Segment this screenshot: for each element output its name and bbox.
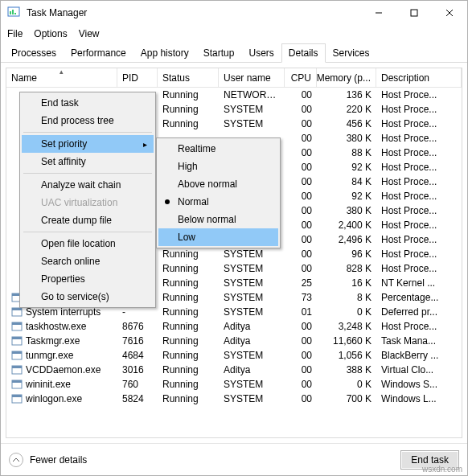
tab-users[interactable]: Users bbox=[241, 43, 281, 62]
ctx-item[interactable]: Analyze wait chain bbox=[22, 176, 154, 194]
context-menu: End taskEnd process treeSet priority▸Set… bbox=[19, 92, 156, 308]
table-row[interactable]: tunmgr.exe4684RunningSYSTEM001,056 KBlac… bbox=[6, 348, 462, 363]
ctx-item[interactable]: Properties bbox=[22, 270, 154, 288]
fewer-details-label[interactable]: Fewer details bbox=[30, 454, 87, 466]
table-row[interactable]: VCDDaemon.exe3016RunningAditya00388 KVir… bbox=[6, 363, 462, 377]
ctx-item[interactable]: Create dump file bbox=[22, 211, 154, 229]
priority-submenu: RealtimeHighAbove normalNormalBelow norm… bbox=[156, 137, 281, 248]
window-title: Task Manager bbox=[27, 7, 87, 18]
table-row[interactable]: Taskmgr.exe7616RunningAditya0011,660 KTa… bbox=[6, 334, 462, 348]
svg-rect-21 bbox=[12, 380, 22, 383]
ctx-item[interactable]: Go to service(s) bbox=[22, 288, 154, 306]
menu-view[interactable]: View bbox=[79, 28, 100, 39]
svg-rect-2 bbox=[12, 10, 14, 14]
tab-startup[interactable]: Startup bbox=[196, 43, 242, 62]
menubar: File Options View bbox=[1, 25, 467, 43]
col-memory[interactable]: Memory (p... bbox=[317, 68, 376, 87]
svg-rect-1 bbox=[10, 11, 11, 14]
svg-rect-5 bbox=[411, 10, 417, 16]
priority-option[interactable]: Above normal bbox=[158, 175, 278, 193]
column-headers: ▴Name PID Status User name CPU Memory (p… bbox=[6, 68, 462, 88]
table-row[interactable]: winlogon.exe5824RunningSYSTEM00700 KWind… bbox=[6, 392, 462, 406]
svg-rect-15 bbox=[12, 337, 22, 339]
svg-rect-17 bbox=[12, 351, 22, 354]
radio-dot-icon bbox=[165, 199, 170, 204]
priority-option[interactable]: Normal bbox=[158, 193, 278, 211]
sort-asc-icon: ▴ bbox=[60, 68, 64, 76]
svg-rect-19 bbox=[12, 366, 22, 368]
col-pid[interactable]: PID bbox=[117, 68, 158, 87]
titlebar: Task Manager bbox=[1, 1, 467, 25]
table-row[interactable]: wininit.exe760RunningSYSTEM000 KWindows … bbox=[6, 377, 462, 392]
col-description[interactable]: Description bbox=[376, 68, 462, 87]
ctx-item[interactable]: Set priority▸ bbox=[22, 135, 154, 153]
priority-option[interactable]: Low bbox=[158, 228, 278, 246]
svg-rect-3 bbox=[14, 13, 16, 14]
col-status[interactable]: Status bbox=[158, 68, 219, 87]
tab-details[interactable]: Details bbox=[281, 43, 326, 63]
svg-rect-11 bbox=[12, 308, 22, 310]
tab-services[interactable]: Services bbox=[326, 43, 377, 62]
svg-rect-13 bbox=[12, 322, 22, 325]
col-cpu[interactable]: CPU bbox=[285, 68, 317, 87]
watermark: wsxdn.com bbox=[422, 465, 462, 474]
tab-app-history[interactable]: App history bbox=[133, 43, 196, 62]
statusbar: Fewer details End task bbox=[1, 443, 467, 475]
priority-option[interactable]: High bbox=[158, 158, 278, 175]
col-user[interactable]: User name bbox=[219, 68, 285, 87]
task-manager-window: Task Manager File Options View Processes… bbox=[0, 0, 468, 476]
minimize-button[interactable] bbox=[361, 1, 396, 25]
tab-performance[interactable]: Performance bbox=[64, 43, 133, 62]
fewer-details-toggle[interactable] bbox=[9, 453, 23, 467]
app-icon bbox=[7, 6, 20, 21]
ctx-item[interactable]: Open file location bbox=[22, 235, 154, 252]
priority-option[interactable]: Realtime bbox=[158, 140, 278, 158]
ctx-item[interactable]: Search online bbox=[22, 252, 154, 270]
menu-file[interactable]: File bbox=[7, 28, 23, 39]
table-row[interactable]: taskhostw.exe8676RunningAditya003,248 KH… bbox=[6, 319, 462, 334]
ctx-item[interactable]: End process tree bbox=[22, 112, 154, 129]
svg-rect-23 bbox=[12, 395, 22, 397]
tab-processes[interactable]: Processes bbox=[4, 43, 64, 62]
chevron-up-icon bbox=[12, 456, 20, 464]
maximize-button[interactable] bbox=[396, 1, 432, 25]
chevron-right-icon: ▸ bbox=[143, 140, 147, 149]
menu-options[interactable]: Options bbox=[34, 28, 67, 39]
ctx-item: UAC virtualization bbox=[22, 194, 154, 211]
ctx-item[interactable]: End task bbox=[22, 94, 154, 112]
priority-option[interactable]: Below normal bbox=[158, 211, 278, 228]
tab-strip: Processes Performance App history Startu… bbox=[1, 43, 467, 63]
ctx-item[interactable]: Set affinity bbox=[22, 153, 154, 170]
close-button[interactable] bbox=[432, 1, 467, 25]
col-name[interactable]: ▴Name bbox=[6, 68, 117, 87]
